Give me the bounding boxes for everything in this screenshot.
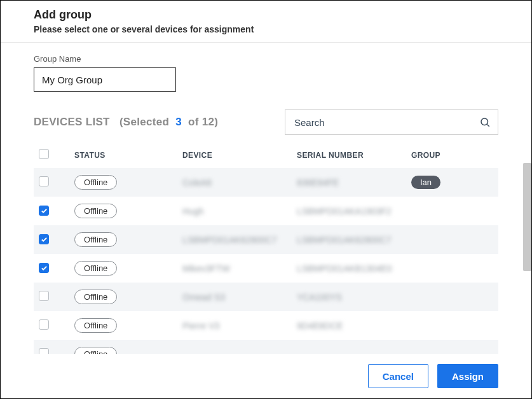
table-row[interactable]: OfflineHughLSBMPD01AKA1903F2	[34, 197, 498, 225]
col-status: STATUS	[74, 151, 182, 160]
row-device: Hugh	[182, 206, 297, 216]
status-badge: Offline	[74, 261, 117, 276]
status-badge: Offline	[74, 290, 117, 304]
row-checkbox-cell	[39, 319, 74, 332]
devices-table: STATUS DEVICE SERIAL NUMBER GROUP Offlin…	[34, 143, 498, 368]
list-header-row: DEVICES LIST (Selected 3 of 12)	[34, 109, 498, 135]
table-header: STATUS DEVICE SERIAL NUMBER GROUP	[34, 143, 498, 168]
row-device: Pierre V3	[182, 321, 297, 331]
row-serial: LSBMPD01AKB1304E0	[297, 263, 411, 274]
dialog-header: Add group Please select one or several d…	[1, 1, 531, 43]
table-row[interactable]: OfflineColeA6836E84FEIan	[34, 168, 498, 197]
row-status-cell: Offline	[74, 232, 182, 247]
row-serial: 9D4E8DCE	[297, 321, 411, 331]
row-serial: 836E84FE	[297, 178, 411, 188]
row-status-cell: Offline	[74, 290, 182, 304]
status-badge: Offline	[74, 232, 117, 247]
row-status-cell: Offline	[74, 204, 182, 218]
search-input[interactable]	[285, 109, 498, 135]
row-device: ColeA6	[182, 178, 297, 188]
row-checkbox-cell	[39, 206, 74, 217]
list-title-prefix: DEVICES LIST	[34, 116, 110, 128]
table-row[interactable]: OfflineMikev3FTWLSBMPD01AKB1304E0	[34, 254, 498, 283]
group-name-input[interactable]	[34, 67, 176, 92]
scrollbar-thumb[interactable]	[523, 163, 531, 271]
row-checkbox[interactable]	[39, 263, 49, 273]
row-status-cell: Offline	[74, 175, 182, 190]
row-status-cell: Offline	[74, 261, 182, 276]
table-body: OfflineColeA6836E84FEIanOfflineHughLSBMP…	[34, 168, 498, 368]
row-checkbox[interactable]	[39, 234, 49, 244]
row-checkbox[interactable]	[39, 291, 49, 301]
group-name-label: Group Name	[34, 54, 498, 64]
row-serial: LSBMPD01AKA1903F2	[297, 206, 411, 216]
row-checkbox[interactable]	[39, 319, 49, 330]
svg-line-1	[487, 124, 489, 126]
status-badge: Offline	[74, 175, 117, 190]
col-group: GROUP	[411, 151, 507, 160]
row-device: Mikev3FTW	[182, 263, 297, 274]
select-all-cell	[39, 149, 74, 162]
cancel-button[interactable]: Cancel	[368, 364, 428, 388]
dialog-content: Group Name DEVICES LIST (Selected 3 of 1…	[1, 43, 531, 368]
row-status-cell: Offline	[74, 318, 182, 333]
row-group: Ian	[411, 176, 498, 189]
dialog-subtitle: Please select one or several devices for…	[34, 24, 498, 34]
row-device: Omead S3	[182, 292, 297, 302]
row-checkbox-cell	[39, 176, 74, 189]
col-serial: SERIAL NUMBER	[297, 151, 411, 160]
row-device: LSBMPD01AK62800C7	[182, 235, 297, 245]
dialog-title: Add group	[34, 8, 498, 22]
row-checkbox-cell	[39, 263, 74, 274]
select-all-checkbox[interactable]	[39, 149, 49, 159]
assign-button[interactable]: Assign	[437, 364, 498, 388]
row-checkbox-cell	[39, 234, 74, 246]
selected-open: (Selected	[119, 116, 169, 128]
svg-point-0	[481, 118, 488, 125]
row-serial: LSBMPD01AK62800C7	[297, 235, 411, 245]
search-wrap	[285, 109, 498, 135]
search-icon[interactable]	[479, 116, 491, 128]
row-checkbox[interactable]	[39, 176, 49, 186]
row-checkbox[interactable]	[39, 206, 49, 216]
row-checkbox-cell	[39, 291, 74, 304]
devices-list-title: DEVICES LIST (Selected 3 of 12)	[34, 116, 218, 129]
selected-count: 3	[175, 116, 182, 128]
row-serial: YCA100YS	[297, 292, 411, 302]
status-badge: Offline	[74, 318, 117, 333]
table-row[interactable]: OfflineOmead S3YCA100YS	[34, 283, 498, 311]
group-badge: Ian	[411, 176, 440, 189]
selected-close-text: of 12)	[188, 116, 218, 128]
table-row[interactable]: OfflinePierre V39D4E8DCE	[34, 311, 498, 340]
status-badge: Offline	[74, 204, 117, 218]
col-device: DEVICE	[182, 151, 297, 160]
table-row[interactable]: OfflineLSBMPD01AK62800C7LSBMPD01AK62800C…	[34, 225, 498, 254]
dialog-footer: Cancel Assign	[1, 354, 531, 398]
